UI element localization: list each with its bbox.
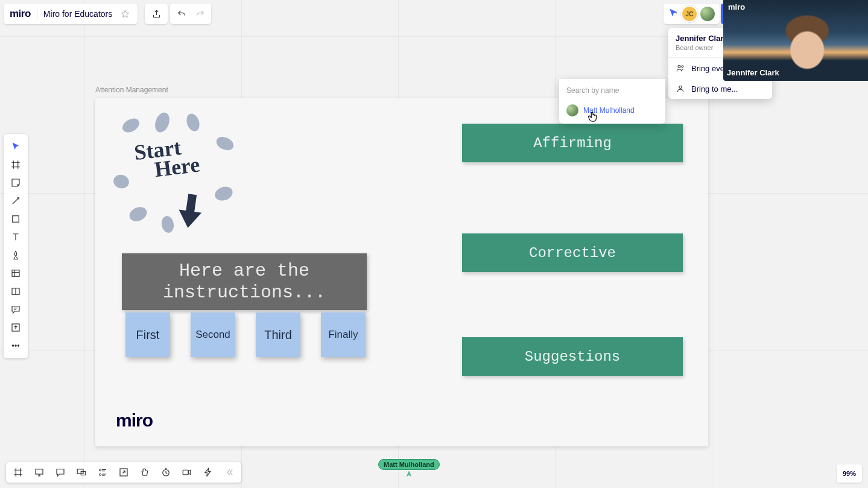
- remote-cursor-icon: [405, 470, 413, 481]
- undo-icon[interactable]: [175, 7, 188, 21]
- tool-sticky[interactable]: [7, 174, 24, 191]
- start-here-graphic[interactable]: Start Here: [109, 109, 235, 235]
- search-input[interactable]: [559, 79, 665, 101]
- star-icon[interactable]: [118, 7, 131, 21]
- tool-shape[interactable]: [7, 211, 24, 227]
- webcam-name: Jennifer Clark: [727, 68, 779, 77]
- board-name[interactable]: Miro for Educators: [43, 9, 112, 19]
- svg-rect-10: [36, 469, 43, 474]
- card-suggestions[interactable]: Suggestions: [462, 337, 683, 376]
- svg-point-14: [100, 474, 101, 475]
- svg-point-9: [17, 345, 19, 346]
- zoom-level: 99%: [843, 470, 856, 477]
- svg-rect-4: [12, 270, 19, 277]
- instructions-text: Here are the instructions...: [122, 260, 367, 303]
- tool-more[interactable]: [7, 337, 24, 354]
- hand-cursor-icon: [586, 110, 600, 125]
- avatar-collaborator[interactable]: [700, 7, 715, 21]
- bottom-chat-icon[interactable]: [53, 465, 68, 480]
- sticky-note[interactable]: First: [125, 312, 170, 357]
- sticky-note[interactable]: Second: [191, 312, 235, 357]
- topbar-left: Miro for Educators: [4, 4, 138, 24]
- avatar-icon: [566, 104, 578, 116]
- tool-card[interactable]: [7, 283, 24, 300]
- menu-bring-to-me[interactable]: Bring to me...: [668, 78, 772, 99]
- search-popover: Matt Mulholland: [559, 79, 665, 124]
- start-here-text: Start Here: [133, 132, 228, 182]
- sticky-row: First Second Third Finally: [125, 312, 366, 357]
- bottom-present-icon[interactable]: [32, 465, 46, 480]
- svg-rect-3: [13, 216, 19, 223]
- sticky-note[interactable]: Third: [256, 312, 300, 357]
- bottom-vote-icon[interactable]: [138, 465, 152, 480]
- bottom-collapse-icon[interactable]: [222, 465, 236, 480]
- bottom-screenshare-icon[interactable]: [74, 465, 89, 480]
- tool-text[interactable]: [7, 229, 24, 246]
- svg-rect-17: [183, 470, 188, 475]
- search-result[interactable]: Matt Mulholland: [559, 101, 665, 120]
- frame-title[interactable]: Attention Management: [95, 86, 168, 94]
- card-affirming[interactable]: Affirming: [462, 124, 683, 162]
- remote-cursor-name: Matt Mulholland: [378, 459, 440, 470]
- tool-select[interactable]: [7, 138, 24, 155]
- menu-label: Bring to me...: [691, 84, 738, 93]
- export-icon[interactable]: [150, 7, 163, 21]
- redo-icon[interactable]: [193, 7, 206, 21]
- svg-point-1: [682, 66, 683, 68]
- export-group: [145, 4, 168, 24]
- bottom-open-icon[interactable]: [116, 465, 131, 480]
- tool-comment[interactable]: [7, 301, 24, 318]
- tool-pen[interactable]: [7, 247, 24, 264]
- svg-point-2: [679, 86, 682, 88]
- undo-redo-group: [170, 4, 211, 24]
- presence-bar: JC: [664, 4, 720, 24]
- tool-frame[interactable]: [7, 156, 24, 173]
- svg-point-8: [15, 345, 16, 346]
- svg-point-13: [100, 469, 101, 471]
- svg-point-7: [12, 345, 13, 346]
- divider: [37, 8, 37, 20]
- bottom-video-icon[interactable]: [180, 465, 194, 480]
- bottom-activities-icon[interactable]: [95, 465, 110, 480]
- tool-upload[interactable]: [7, 319, 24, 336]
- webcam-brand: miro: [728, 2, 745, 11]
- webcam-overlay[interactable]: miro Jennifer Clark: [723, 0, 868, 81]
- card-corrective[interactable]: Corrective: [462, 233, 683, 272]
- bottom-timer-icon[interactable]: [159, 465, 173, 480]
- sticky-note[interactable]: Finally: [321, 312, 366, 357]
- miro-logo[interactable]: [10, 8, 31, 20]
- pointer-dropdown-icon[interactable]: [668, 8, 679, 21]
- frame-miro-logo: miro: [116, 410, 153, 431]
- tool-line[interactable]: [7, 192, 24, 209]
- frame[interactable]: Start Here Here are the instructions... …: [95, 98, 708, 446]
- svg-point-0: [678, 65, 680, 68]
- tool-table[interactable]: [7, 265, 24, 282]
- avatar-self[interactable]: JC: [682, 7, 697, 21]
- arrow-down-icon: [174, 191, 206, 233]
- left-toolbar: [4, 134, 28, 358]
- instructions-box[interactable]: Here are the instructions...: [122, 253, 367, 310]
- remote-cursor: Matt Mulholland: [378, 459, 440, 481]
- bottom-frame-icon[interactable]: [11, 465, 25, 480]
- zoom-indicator[interactable]: 99%: [837, 464, 862, 483]
- bottom-bolt-icon[interactable]: [201, 465, 215, 480]
- bottom-toolbar: [6, 462, 241, 483]
